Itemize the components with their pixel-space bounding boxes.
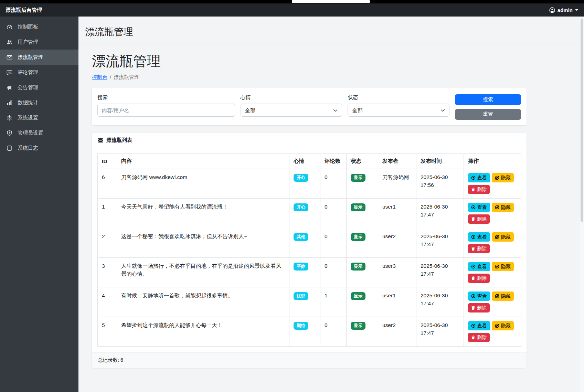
- hide-button[interactable]: 隐藏: [492, 262, 514, 271]
- scrollbar-thumb[interactable]: [581, 19, 583, 222]
- search-button[interactable]: 搜索: [455, 94, 521, 105]
- hide-button[interactable]: 隐藏: [492, 321, 514, 330]
- mood-badge: 平静: [294, 263, 308, 271]
- sidebar-item-label: 评论管理: [18, 69, 38, 76]
- cell-time: 2025-06-30 17:47: [416, 228, 464, 258]
- table-row: 3 人生就像一场旅行，不必在乎目的地，在乎的是沿途的风景以及看风景的心情。 平静…: [98, 258, 521, 287]
- cell-actions: 查看 隐藏 删除: [464, 258, 521, 287]
- column-header: 发布时间: [416, 154, 464, 169]
- browser-chrome-strip: [0, 0, 584, 3]
- mood-label: 心情: [241, 94, 342, 101]
- column-header: 操作: [464, 154, 521, 169]
- cell-id: 6: [98, 169, 117, 199]
- eye-icon: [471, 324, 476, 328]
- status-badge: 显示: [351, 322, 365, 330]
- delete-button[interactable]: 删除: [468, 214, 490, 224]
- search-label: 搜索: [97, 94, 235, 101]
- sidebar-item-logs[interactable]: 系统日志: [0, 140, 78, 156]
- gear-icon: [6, 115, 12, 121]
- reset-button[interactable]: 重置: [455, 109, 521, 120]
- view-button[interactable]: 查看: [468, 262, 490, 271]
- search-input[interactable]: [97, 104, 235, 117]
- sidebar-item-admins[interactable]: 管理员设置: [0, 125, 78, 140]
- status-badge: 显示: [351, 174, 365, 182]
- chat-icon: [6, 69, 12, 75]
- cell-actions: 查看 隐藏 删除: [464, 199, 521, 228]
- person-circle-icon: [549, 7, 555, 13]
- hide-button[interactable]: 隐藏: [492, 232, 514, 242]
- view-button[interactable]: 查看: [468, 232, 490, 242]
- breadcrumb-link-console[interactable]: 控制台: [92, 74, 107, 80]
- trash-icon: [471, 246, 475, 251]
- cell-status: 显示: [347, 169, 378, 199]
- cell-actions: 查看 隐藏 删除: [464, 287, 521, 317]
- mood-select[interactable]: 全部: [241, 104, 342, 117]
- status-badge: 显示: [351, 292, 365, 300]
- mood-badge: 开心: [294, 174, 308, 182]
- sidebar-item-announcements[interactable]: 公告管理: [0, 80, 78, 95]
- megaphone-icon: [6, 84, 12, 91]
- cell-time: 2025-06-30 17:47: [416, 258, 464, 287]
- envelope-icon: [6, 54, 12, 60]
- cell-actions: 查看 隐藏 删除: [464, 317, 521, 347]
- sidebar-item-bottles[interactable]: 漂流瓶管理: [0, 50, 78, 65]
- view-button[interactable]: 查看: [468, 321, 490, 330]
- cell-content: 刀客源码网 www.dkewl.com: [117, 169, 289, 199]
- hide-button[interactable]: 隐藏: [492, 292, 514, 301]
- cell-time: 2025-06-30 17:56: [416, 169, 464, 199]
- delete-button[interactable]: 删除: [468, 185, 490, 194]
- sidebar-item-comments[interactable]: 评论管理: [0, 65, 78, 80]
- hide-button[interactable]: 隐藏: [492, 203, 514, 212]
- mood-badge: 忧郁: [294, 292, 308, 300]
- bar-chart-icon: [6, 99, 12, 106]
- page-header-title: 漂流瓶管理: [85, 25, 576, 39]
- table-row: 6 刀客源码网 www.dkewl.com 开心 0 显示: [98, 169, 521, 199]
- cell-comments: 0: [320, 169, 347, 199]
- status-select[interactable]: 全部: [348, 104, 449, 117]
- main-content: 漂流瓶管理 漂流瓶管理 控制台/漂流瓶管理 搜索 心情 全部: [78, 17, 584, 392]
- cell-time: 2025-06-30 17:47: [416, 199, 464, 228]
- table-row: 2 这是一个秘密：我很喜欢吃冰淇淋，但从不告诉别人~ 其他 0 显示: [98, 228, 521, 258]
- cell-comments: 1: [320, 287, 347, 317]
- cell-author: user1: [378, 199, 416, 228]
- status-label: 状态: [348, 94, 449, 101]
- sidebar-item-statistics[interactable]: 数据统计: [0, 95, 78, 110]
- sidebar-item-label: 公告管理: [18, 84, 38, 91]
- eye-slash-icon: [495, 235, 499, 239]
- cell-id: 2: [98, 228, 117, 258]
- cell-id: 1: [98, 199, 117, 228]
- cell-id: 5: [98, 317, 117, 347]
- cell-id: 4: [98, 287, 117, 317]
- breadcrumb: 控制台/漂流瓶管理: [92, 74, 527, 81]
- view-button[interactable]: 查看: [468, 173, 490, 182]
- sidebar: 控制面板 用户管理 漂流瓶管理 评论管理 公告管理: [0, 17, 78, 392]
- mood-badge: 开心: [294, 203, 308, 211]
- sidebar-item-label: 漂流瓶管理: [18, 54, 43, 61]
- record-count: 总记录数: 6: [92, 352, 527, 368]
- breadcrumb-separator: /: [110, 74, 111, 80]
- view-button[interactable]: 查看: [468, 203, 490, 212]
- sidebar-item-settings[interactable]: 系统设置: [0, 110, 78, 125]
- user-name: admin: [558, 7, 573, 13]
- sidebar-item-users[interactable]: 用户管理: [0, 34, 78, 50]
- status-badge: 显示: [351, 263, 365, 271]
- shield-icon: [6, 130, 12, 136]
- user-menu[interactable]: admin: [549, 7, 578, 13]
- status-badge: 显示: [351, 203, 365, 211]
- delete-button[interactable]: 删除: [468, 274, 490, 283]
- hide-button[interactable]: 隐藏: [492, 173, 514, 182]
- cell-mood: 其他: [289, 228, 320, 258]
- sidebar-item-dashboard[interactable]: 控制面板: [0, 19, 78, 34]
- mood-badge: 其他: [294, 233, 308, 241]
- bottle-table: ID内容心情评论数状态发布者发布时间操作 6 刀客源码网 www.dkewl.c…: [97, 153, 521, 347]
- view-button[interactable]: 查看: [468, 292, 490, 301]
- eye-slash-icon: [495, 294, 499, 298]
- delete-button[interactable]: 删除: [468, 333, 490, 342]
- delete-button[interactable]: 删除: [468, 303, 490, 312]
- cell-content: 这是一个秘密：我很喜欢吃冰淇淋，但从不告诉别人~: [117, 228, 289, 258]
- cell-content: 人生就像一场旅行，不必在乎目的地，在乎的是沿途的风景以及看风景的心情。: [117, 258, 289, 287]
- cell-time: 2025-06-30 17:47: [416, 317, 464, 347]
- cell-mood: 开心: [289, 199, 320, 228]
- scrollbar[interactable]: [580, 17, 584, 392]
- delete-button[interactable]: 删除: [468, 244, 490, 253]
